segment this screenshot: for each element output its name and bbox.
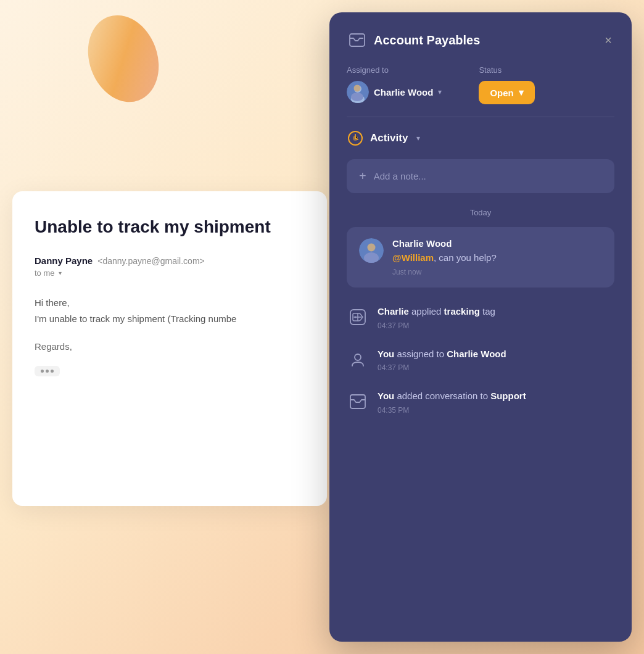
assigned-section: Assigned to Charlie Wood ▾ — [347, 65, 442, 103]
meta-row: Assigned to Charlie Wood ▾ Status — [329, 51, 632, 117]
status-value: Open — [490, 88, 513, 98]
email-body-line2: I'm unable to track my shipment (Trackin… — [35, 311, 305, 327]
activity-highlight-1: Charlie Wood — [447, 349, 506, 359]
inbox-icon — [347, 30, 368, 51]
activity-actor-1: You — [378, 349, 394, 359]
activity-chevron-icon: ▾ — [416, 134, 420, 143]
activity-desc-1: You assigned to Charlie Wood — [378, 347, 614, 362]
activity-time-0: 04:37 PM — [378, 321, 614, 330]
status-button[interactable]: Open ▾ — [479, 81, 534, 104]
close-button[interactable]: × — [602, 31, 614, 49]
assignee-avatar — [347, 81, 369, 103]
close-icon: × — [605, 33, 612, 47]
sender-name: Danny Payne — [35, 255, 93, 266]
note-mention: @William — [392, 252, 434, 263]
email-card: Unable to track my shipment Danny Payne … — [12, 191, 327, 506]
inbox-activity-icon — [347, 391, 369, 413]
svg-point-15 — [355, 354, 361, 360]
activity-section: Activity ▾ + Add a note... Today Charlie… — [329, 117, 632, 642]
status-label: Status — [479, 65, 534, 75]
activity-time-2: 04:35 PM — [378, 406, 614, 415]
activity-header[interactable]: Activity ▾ — [347, 130, 614, 147]
activity-highlight-2: Support — [490, 391, 526, 401]
tag-icon — [347, 306, 369, 328]
sender-email: <danny.payne@gmail.com> — [97, 256, 205, 266]
note-message: , can you help? — [434, 252, 497, 263]
status-chevron-icon: ▾ — [519, 87, 524, 98]
svg-rect-16 — [350, 395, 365, 408]
svg-point-6 — [351, 93, 363, 101]
to-label: to me — [35, 268, 55, 278]
activity-action-1: assigned to — [397, 349, 447, 359]
assignee-name: Charlie Wood — [374, 87, 433, 97]
activity-action-2: added conversation to — [397, 391, 490, 401]
dot2 — [46, 370, 49, 373]
email-subject: Unable to track my shipment — [35, 216, 305, 238]
activity-desc-2: You added conversation to Support — [378, 389, 614, 404]
activity-item-1: You assigned to Charlie Wood 04:37 PM — [347, 347, 614, 373]
person-icon — [347, 349, 369, 371]
activity-item-2: You added conversation to Support 04:35 … — [347, 389, 614, 415]
activity-item-0: Charlie applied tracking tag 04:37 PM — [347, 305, 614, 330]
note-author: Charlie Wood — [392, 238, 602, 249]
note-text: @William, can you help? — [392, 252, 602, 263]
panel-title-row: Account Payables — [347, 30, 480, 51]
activity-suffix-0: tag — [482, 306, 495, 317]
to-chevron-icon: ▾ — [59, 270, 62, 276]
assignee-chevron-icon: ▾ — [438, 88, 442, 96]
add-note-text: Add a note... — [374, 171, 426, 181]
note-author-avatar — [359, 238, 384, 263]
panel-header: Account Payables × — [329, 12, 632, 51]
note-card: Charlie Wood @William, can you help? Jus… — [347, 227, 614, 288]
assigned-label: Assigned to — [347, 65, 442, 75]
svg-point-14 — [355, 317, 357, 318]
assignee-button[interactable]: Charlie Wood ▾ — [347, 81, 442, 103]
activity-text-2: You added conversation to Support 04:35 … — [378, 389, 614, 415]
panel-title: Account Payables — [374, 33, 480, 48]
svg-point-10 — [368, 244, 376, 252]
today-label: Today — [347, 208, 614, 217]
activity-text-1: You assigned to Charlie Wood 04:37 PM — [378, 347, 614, 373]
email-body-line1: Hi there, — [35, 295, 305, 311]
activity-time-1: 04:37 PM — [378, 363, 614, 372]
activity-desc-0: Charlie applied tracking tag — [378, 305, 614, 319]
activity-label: Activity — [370, 132, 408, 144]
note-content: Charlie Wood @William, can you help? Jus… — [392, 238, 602, 276]
activity-actor-0: Charlie — [378, 306, 409, 317]
activity-text-0: Charlie applied tracking tag 04:37 PM — [378, 305, 614, 330]
svg-point-0 — [76, 12, 167, 111]
email-regards: Regards, — [35, 341, 305, 352]
activity-panel: Account Payables × Assigned to — [329, 12, 632, 642]
background-leaf — [74, 12, 167, 111]
note-time: Just now — [392, 268, 602, 276]
dot1 — [41, 370, 44, 373]
svg-point-5 — [354, 85, 361, 92]
activity-action-0: applied — [411, 306, 444, 317]
add-note-plus-icon: + — [359, 169, 366, 183]
email-dots — [35, 366, 60, 376]
svg-rect-1 — [350, 34, 365, 46]
add-note-button[interactable]: + Add a note... — [347, 159, 614, 193]
dot3 — [51, 370, 54, 373]
status-section: Status Open ▾ — [479, 65, 534, 104]
activity-actor-2: You — [378, 391, 394, 401]
activity-highlight-0: tracking — [444, 306, 480, 317]
activity-icon — [347, 130, 364, 147]
